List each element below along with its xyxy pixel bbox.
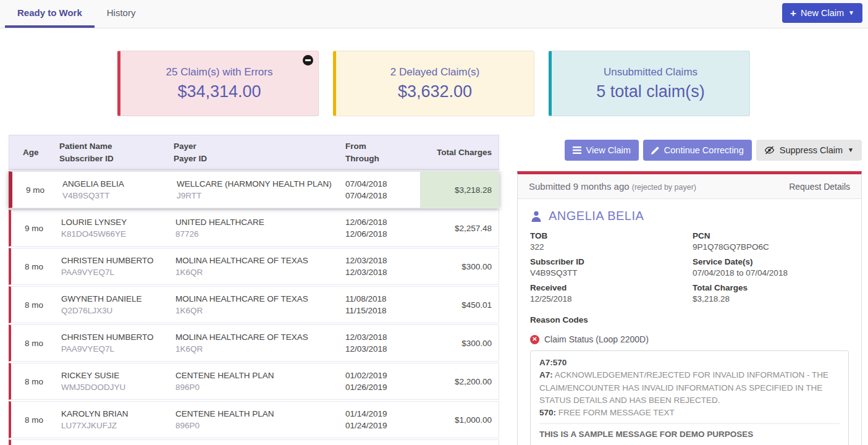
cell-total-charges: $300.00 xyxy=(420,248,499,284)
payer-name: MOLINA HEALTHCARE OF TEXAS xyxy=(175,294,345,303)
cell-patient: LOURIE LYNSEY K81DO45W66YE xyxy=(61,218,175,239)
view-claim-button[interactable]: View Claim xyxy=(565,140,639,161)
cell-age: 9 mo xyxy=(11,224,61,233)
table-row[interactable]: EFRAIN RAMILIA CENTENE HEALTH PLAN 01/04… xyxy=(9,439,499,445)
from-date: 07/04/2018 xyxy=(345,179,420,189)
claim-status-label: Claim Status (Loop 2200D) xyxy=(544,334,649,344)
col-header-total-charges: Total Charges xyxy=(420,146,499,159)
subscriber-id: PAA9VYEQ7L xyxy=(61,268,175,277)
through-date: 12/03/2018 xyxy=(345,344,420,354)
card-delayed-claims[interactable]: 2 Delayed Claim(s) $3,632.00 xyxy=(333,51,534,116)
eye-slash-icon xyxy=(764,146,775,155)
divider xyxy=(539,423,840,424)
summary-cards: 25 Claim(s) with Errors $34,314.00 2 Del… xyxy=(117,51,868,116)
patient-name: ANGELIA BELIA xyxy=(62,179,177,189)
new-claim-button[interactable]: + New Claim ▼ xyxy=(782,3,862,23)
card-value: $34,314.00 xyxy=(177,82,261,101)
cell-patient: ANGELIA BELIA V4B9SQ3TT xyxy=(62,179,177,200)
field-total-charges: Total Charges $3,218.28 xyxy=(693,283,849,303)
claim-detail-column: View Claim Continue Correcting Suppress … xyxy=(517,140,862,445)
view-claim-label: View Claim xyxy=(586,145,631,155)
table-row[interactable]: 9 mo ANGELIA BELIA V4B9SQ3TT WELLCARE (H… xyxy=(9,171,499,208)
cell-dates: 12/03/2018 12/03/2018 xyxy=(345,333,420,354)
patient-name: GWYNETH DANIELE xyxy=(61,294,175,303)
claim-detail-body: ANGELIA BELIA TOB 322 PCN 9P1Q78GQ7BPO6C… xyxy=(518,199,861,445)
subscriber-id: Q2D76LJX3U xyxy=(61,306,175,315)
cell-age: 8 mo xyxy=(11,339,61,348)
card-unsubmitted-claims[interactable]: Unsubmitted Claims 5 total claim(s) xyxy=(549,51,750,116)
table-body: 9 mo ANGELIA BELIA V4B9SQ3TT WELLCARE (H… xyxy=(9,171,499,445)
cell-total-charges: $2,257.48 xyxy=(420,210,499,246)
cell-payer: MOLINA HEALTHCARE OF TEXAS 1K6QR xyxy=(175,256,345,277)
cell-total-charges: $1,000.00 xyxy=(420,402,499,438)
minus-circle-icon[interactable] xyxy=(303,55,313,66)
cell-dates: 01/02/2019 01/26/2019 xyxy=(345,371,420,392)
card-value: 5 total claim(s) xyxy=(596,82,705,101)
cell-age: 8 mo xyxy=(11,415,61,425)
payer-id: 896P0 xyxy=(175,421,345,430)
table-row[interactable]: 8 mo CHRISTEN HUMBERTO PAA9VYEQ7L MOLINA… xyxy=(9,248,499,285)
from-date: 01/02/2019 xyxy=(345,371,420,380)
col-header-dates: From Through xyxy=(345,140,420,164)
reason-code-title: A7:570 xyxy=(539,357,840,369)
patient-name: CHRISTEN HUMBERTO xyxy=(61,256,175,265)
tab-history[interactable]: History xyxy=(95,0,148,28)
col-header-age: Age xyxy=(9,146,59,159)
cell-payer: UNITED HEALTHCARE 87726 xyxy=(175,218,345,239)
subscriber-id: LU77XJKUFJZ xyxy=(61,421,175,430)
cell-age: 8 mo xyxy=(11,300,61,310)
cell-total-charges xyxy=(420,440,499,445)
from-date: 11/08/2018 xyxy=(345,294,420,303)
from-date: 12/03/2018 xyxy=(345,333,420,342)
patient-name: RICKEY SUSIE xyxy=(61,371,175,380)
field-tob: TOB 322 xyxy=(530,231,693,252)
continue-correcting-button[interactable]: Continue Correcting xyxy=(643,140,752,161)
payer-name: WELLCARE (HARMONY HEALTH PLAN) xyxy=(177,179,345,189)
payer-id: 1K6QR xyxy=(175,306,345,315)
submitted-status: Submitted 9 months ago (rejected by paye… xyxy=(529,181,696,192)
subscriber-id: K81DO45W66YE xyxy=(61,229,175,239)
card-title: Unsubmitted Claims xyxy=(604,66,697,78)
top-tab-bar: Ready to Work History + New Claim ▼ xyxy=(0,0,868,28)
hamburger-icon xyxy=(573,146,581,154)
through-date: 07/04/2018 xyxy=(345,191,420,200)
request-details-link[interactable]: Request Details xyxy=(789,182,850,192)
patient-heading: ANGELIA BELIA xyxy=(530,209,849,223)
table-row[interactable]: 9 mo LOURIE LYNSEY K81DO45W66YE UNITED H… xyxy=(9,210,499,247)
cell-dates: 12/06/2018 12/06/2018 xyxy=(345,218,420,239)
card-claims-with-errors[interactable]: 25 Claim(s) with Errors $34,314.00 xyxy=(117,51,319,116)
payer-name: UNITED HEALTHCARE xyxy=(175,218,345,227)
suppress-claim-button[interactable]: Suppress Claim ▼ xyxy=(756,140,862,161)
cell-age: 8 mo xyxy=(11,377,61,386)
through-date: 12/03/2018 xyxy=(345,268,420,277)
col-header-patient: Patient Name Subscriber ID xyxy=(59,140,174,164)
card-title: 25 Claim(s) with Errors xyxy=(166,66,273,78)
table-row[interactable]: 8 mo RICKEY SUSIE WMJ5DOODJYU CENTENE HE… xyxy=(9,363,499,400)
sample-message-footer: THIS IS A SAMPLE MESSAGE FOR DEMO PURPOS… xyxy=(539,428,840,441)
cell-total-charges: $3,218.28 xyxy=(420,172,499,208)
claim-status-line: ✕ Claim Status (Loop 2200D) xyxy=(530,334,849,344)
person-icon xyxy=(530,210,542,222)
table-row[interactable]: 8 mo KAROLYN BRIAN LU77XJKUFJZ CENTENE H… xyxy=(9,401,499,438)
through-date: 01/26/2019 xyxy=(345,383,420,392)
patient-name: LOURIE LYNSEY xyxy=(61,218,175,227)
tab-ready-to-work[interactable]: Ready to Work xyxy=(5,0,95,28)
table-row[interactable]: 8 mo GWYNETH DANIELE Q2D76LJX3U MOLINA H… xyxy=(9,286,499,323)
through-date: 01/24/2019 xyxy=(345,421,420,430)
table-header-row: Age Patient Name Subscriber ID Payer Pay… xyxy=(9,135,499,170)
through-date: 11/15/2018 xyxy=(345,306,420,315)
payer-name: MOLINA HEALTHCARE OF TEXAS xyxy=(175,256,345,265)
suppress-claim-label: Suppress Claim xyxy=(780,145,843,155)
payer-name: MOLINA HEALTHCARE OF TEXAS xyxy=(175,333,345,342)
claim-fields: TOB 322 PCN 9P1Q78GQ7BPO6C Subscriber ID… xyxy=(530,231,849,309)
caret-down-icon: ▼ xyxy=(848,10,854,16)
claim-detail-panel: Submitted 9 months ago (rejected by paye… xyxy=(517,171,862,445)
new-claim-label: New Claim xyxy=(801,8,844,18)
table-row[interactable]: 8 mo CHRISTEN HUMBERTO PAA9VYEQ7L MOLINA… xyxy=(9,324,499,362)
from-date: 12/03/2018 xyxy=(345,256,420,265)
patient-name: KAROLYN BRIAN xyxy=(61,409,175,418)
payer-id: J9RTT xyxy=(177,191,345,200)
caret-down-icon: ▼ xyxy=(848,147,854,153)
card-value: $3,632.00 xyxy=(398,82,472,101)
reason-code-line-2: 570: FREE FORM MESSAGE TEXT xyxy=(539,407,840,419)
